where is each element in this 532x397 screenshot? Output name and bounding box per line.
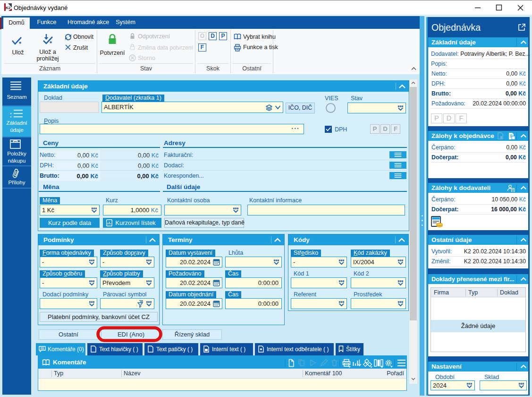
svg-text:*: * xyxy=(50,40,52,46)
svg-text:*: * xyxy=(19,40,22,46)
svg-text:K2: K2 xyxy=(6,6,11,10)
